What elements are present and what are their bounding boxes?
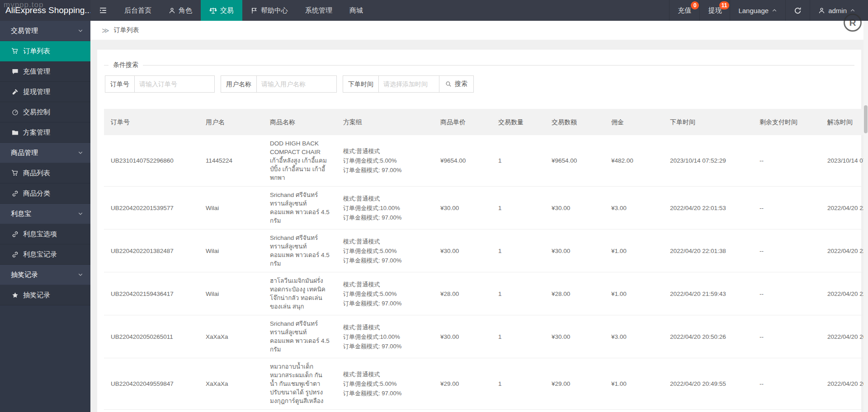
breadcrumb-caret-icon: ≫ [102,26,109,35]
table-row: UB2204202050265011 XaXaXa Srichand ศรีจั… [104,315,868,358]
sidebar-item[interactable]: 利息宝选项 [0,224,90,244]
cell-product-name: Srichand ศรีจันทร์ ทรานส์ลูเซนท์ คอมแพค … [263,315,336,358]
sidebar-item[interactable]: 交易管理 [0,21,90,41]
gavel-icon [11,89,19,95]
table-header-cell: 解冻时间 [821,109,868,135]
cell-quantity: 1 [491,135,545,187]
content-card: 条件搜索 订单号 用户名称 下单时间 [97,50,861,412]
sidebar-item[interactable]: 利息宝记录 [0,244,90,265]
search-input[interactable] [134,75,215,93]
comment-icon [11,68,19,75]
table-header-row: 订单号 用户名 商品名称 方案组 商品单价 交易数量 交易数额 佣金 下单时间 [104,109,868,135]
search-button-wrap: 搜索 [438,75,478,93]
cell-order-time: 2022/04/20 21:59:43 [663,272,753,315]
search-button[interactable]: 搜索 [439,75,474,93]
cell-unit-price: ¥30.00 [434,229,491,272]
sidebar-item[interactable]: 利息宝 [0,204,90,224]
cell-commission: ¥1.00 [604,229,663,272]
header-menu-item[interactable] [785,0,810,21]
header-menu-item[interactable]: Language [730,0,785,21]
cell-commission: ¥1.00 [604,272,663,315]
sidebar-item[interactable]: 抽奖记录 [0,265,90,285]
table-header-cell: 佣金 [604,109,663,135]
cell-product-name: DOD HIGH BACK COMPACT CHAIR เก้าอี้หลังส… [263,135,336,187]
cell-order-no: UB2204202049559847 [104,358,199,410]
chevron-down-icon [78,150,83,155]
sidebar-item[interactable]: 商品分类 [0,183,90,204]
cell-plan-group: 模式:普通模式 订单佣金模式:10.00% 订单金额模式: 97.00% [336,315,434,358]
cell-remaining-time: -- [753,229,821,272]
sidebar-item-label: 利息宝记录 [23,250,57,259]
nav-item[interactable] [90,0,116,21]
cell-quantity: 1 [491,187,545,229]
header-menu-item[interactable]: 提现 11 [699,0,730,21]
link-icon [11,251,19,258]
cell-remaining-time: -- [753,272,821,315]
cell-unfreeze-time: 2022/04/20 22:00:45 [821,272,868,315]
cell-unfreeze-time: 2022/04/20 20:51:00 [821,358,868,410]
nav-item[interactable]: 商城 [341,0,372,21]
cell-amount: ¥9654.00 [545,135,604,187]
sidebar-item-label: 方案管理 [23,128,50,137]
sidebar-item-label: 交易管理 [11,27,38,35]
cell-order-time: 2023/10/14 07:52:29 [663,135,753,187]
sidebar: 交易管理 订单列表 充值管理 提现管理 [0,21,90,412]
sidebar-item[interactable]: 交易控制 [0,102,90,122]
person-icon [818,7,825,14]
search-fieldset: 条件搜索 订单号 用户名称 下单时间 [104,61,854,93]
nav-item[interactable]: 系统管理 [297,0,341,21]
orders-table: 订单号 用户名 商品名称 方案组 商品单价 交易数量 交易数额 佣金 下单时间 [104,109,868,410]
cell-unfreeze-time: 2022/04/20 22:02:39 [821,229,868,272]
sidebar-item[interactable]: 提现管理 [0,82,90,102]
header-menu-item[interactable]: 充值 0 [669,0,699,21]
scrollbar-track[interactable] [863,21,868,412]
header-menu-label: Language [738,7,769,14]
cell-username: XaXaXa [199,358,263,410]
nav-item-label: 后台首页 [124,6,151,15]
sidebar-item[interactable]: 充值管理 [0,61,90,82]
cell-unit-price: ¥9654.00 [434,135,491,187]
menu-shrink-icon [99,6,107,14]
sidebar-item[interactable]: 订单列表 [0,41,90,61]
cell-plan-group: 模式:普通模式 订单佣金模式:10.00% 订单金额模式: 97.00% [336,187,434,229]
page-title: 订单列表 [114,26,139,34]
sidebar-item[interactable]: 商品列表 [0,163,90,183]
cart-icon [11,169,19,177]
nav-item[interactable]: 帮助中心 [242,0,297,21]
nav-item-label: 帮助中心 [261,6,288,15]
nav-item[interactable]: 交易 [201,0,242,21]
cell-plan-group: 模式:普通模式 订单佣金模式:5.00% 订单金额模式: 97.00% [336,272,434,315]
chevron-up-icon [850,8,855,13]
scales-icon [209,7,217,14]
cell-order-no: UB2204202201382487 [104,229,199,272]
sidebar-menu: 交易管理 订单列表 充值管理 提现管理 [0,21,90,305]
sidebar-item-label: 抽奖记录 [11,271,38,279]
main-area: ≫ 订单列表 条件搜索 订单号 用户名称 [90,21,868,412]
cell-product-name: Srichand ศรีจันทร์ ทรานส์ลูเซนท์ คอมแพค … [263,187,336,229]
cell-unfreeze-time: 2022/04/20 20:51:29 [821,315,868,358]
table-header-cell: 交易数量 [491,109,545,135]
sidebar-item-label: 充值管理 [23,67,50,76]
search-form: 订单号 用户名称 下单时间 [105,75,854,93]
search-legend: 条件搜索 [108,61,143,69]
chevron-down-icon [78,28,83,33]
nav-item[interactable]: 后台首页 [116,0,160,21]
sidebar-item[interactable]: 方案管理 [0,122,90,143]
sidebar-item[interactable]: 商品管理 [0,143,90,163]
scrollbar-thumb[interactable] [864,105,868,133]
sidebar-item-label: 利息宝 [11,210,31,218]
cell-order-time: 2022/04/20 20:50:26 [663,315,753,358]
cell-product-name: หมวกอาบน้ำเด็ก หมวกสระผมเด็ก กันน้ำ กันแ… [263,358,336,410]
search-input[interactable] [256,75,337,93]
cell-username: Wilai [199,229,263,272]
sidebar-item-label: 交易控制 [23,108,50,117]
table-row: UB2204202201382487 Wilai Srichand ศรีจัน… [104,229,868,272]
flag-icon [251,7,258,14]
field-label: 订单号 [105,75,135,93]
table-header-cell: 商品单价 [434,109,491,135]
nav-item[interactable]: 角色 [160,0,201,21]
cell-order-time: 2022/04/20 22:01:53 [663,187,753,229]
cell-quantity: 1 [491,229,545,272]
sidebar-item[interactable]: 抽奖记录 [0,285,90,305]
table-header-cell: 交易数额 [545,109,604,135]
